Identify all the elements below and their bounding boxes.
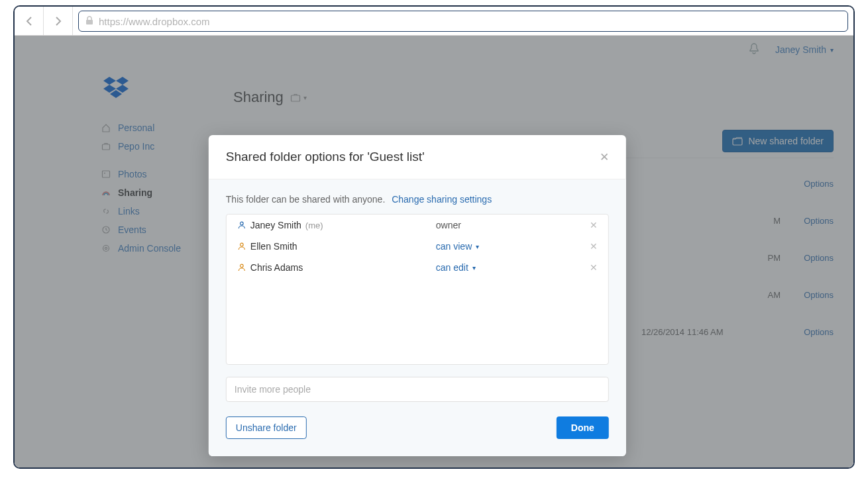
member-role: owner [436,220,590,230]
member-role-dropdown[interactable]: can view ▾ [436,241,590,252]
remove-member-button[interactable]: ✕ [590,220,598,230]
nav-back-button[interactable] [15,7,44,35]
change-sharing-settings-link[interactable]: Change sharing settings [392,194,492,205]
svg-point-18 [241,243,244,246]
browser-toolbar: https://www.dropbox.com [15,7,853,36]
nav-forward-button[interactable] [44,7,73,35]
member-me-label: (me) [305,220,323,230]
done-button[interactable]: Done [557,416,609,439]
unshare-folder-button[interactable]: Unshare folder [226,416,307,439]
member-role-dropdown[interactable]: can edit ▾ [436,262,590,273]
share-note-text: This folder can be shared with anyone. [226,194,385,205]
modal-title: Shared folder options for 'Guest list' [226,150,600,164]
modal-header: Shared folder options for 'Guest list' ✕ [209,135,626,179]
lock-icon [85,16,93,27]
svg-point-17 [241,222,244,225]
chevron-left-icon [26,17,32,26]
member-row: Janey Smith (me) owner ✕ [227,215,608,236]
svg-point-19 [241,264,244,267]
member-row: Chris Adams can edit ▾ ✕ [227,257,608,278]
member-name: Janey Smith [250,220,301,230]
chevron-down-icon: ▾ [476,243,479,250]
viewport: Janey Smith ▾ [15,36,853,467]
close-icon[interactable]: ✕ [600,150,609,164]
members-list: Janey Smith (me) owner ✕ Ellen Smith [226,214,609,365]
shared-folder-options-modal: Shared folder options for 'Guest list' ✕… [209,135,626,456]
invite-input[interactable] [226,377,609,402]
member-row: Ellen Smith can view ▾ ✕ [227,236,608,257]
share-note: This folder can be shared with anyone. C… [226,194,609,205]
chevron-down-icon: ▾ [472,264,476,271]
address-bar[interactable]: https://www.dropbox.com [78,11,848,32]
member-name: Chris Adams [250,262,303,273]
person-icon [237,263,250,272]
person-icon [237,242,250,251]
modal-footer: Unshare folder Done [226,416,609,439]
chevron-right-icon [55,17,62,26]
url-text: https://www.dropbox.com [99,16,210,27]
person-icon [237,220,250,230]
remove-member-button[interactable]: ✕ [590,262,598,273]
member-name: Ellen Smith [250,241,298,252]
svg-rect-0 [86,20,93,24]
remove-member-button[interactable]: ✕ [590,241,598,252]
browser-frame: https://www.dropbox.com Janey Smith ▾ [13,5,855,469]
